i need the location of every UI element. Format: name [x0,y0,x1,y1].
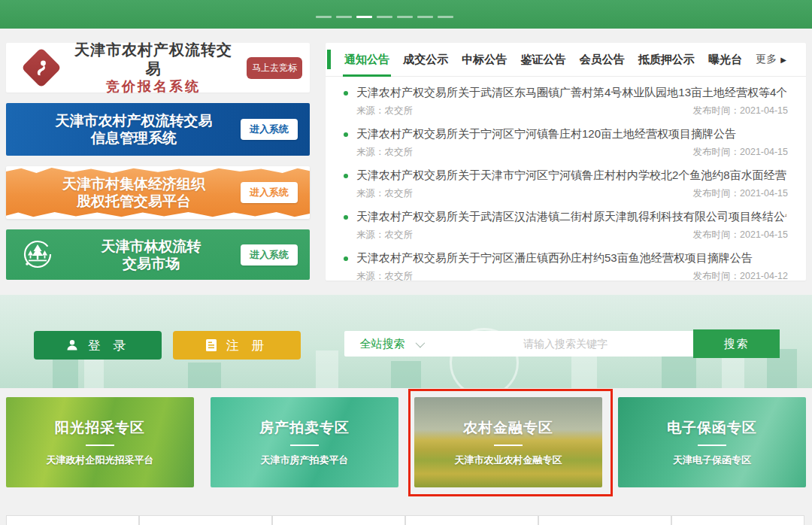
login-button[interactable]: 登 录 [34,331,162,360]
carousel-dot[interactable] [438,16,453,18]
tab-winning-bid[interactable]: 中标公告 [462,43,507,76]
site-subtitle: 竞价报名系统 [69,78,238,96]
list-item: 天津农村产权交易所关于武清区东马圈镇广善村第4号林业队园地13亩土地经营权等4个… [344,86,788,117]
announcement-link[interactable]: 天津农村产权交易所关于宁河区宁河镇鲁庄村120亩土地经营权项目摘牌公告 [344,127,788,141]
enter-system-button-blue[interactable]: 进入系统 [241,119,298,140]
forest-rights-banner[interactable]: 天津市林权流转 交易市场 进入系统 [6,229,310,280]
bottom-stat-box [272,515,405,525]
search-input[interactable] [438,330,693,357]
banner-text: 天津市林权流转 交易市场 [65,238,238,272]
equity-custody-banner[interactable]: 天津市村集体经济组织 股权托管交易平台 进入系统 [6,166,310,219]
bullet-icon [344,174,348,178]
tab-mortgage[interactable]: 抵质押公示 [638,43,695,76]
list-item: 天津农村产权交易所关于天津市宁河区宁河镇鲁庄村村内学校北2个鱼池约8亩水面经营.… [344,168,788,200]
tab-exposure[interactable]: 曝光台 [708,43,742,76]
site-logo-icon [21,47,62,88]
tab-certification[interactable]: 鉴证公告 [521,43,566,76]
torn-paper-background: 天津市村集体经济组织 股权托管交易平台 进入系统 [6,166,310,219]
login-search-band: 登 录 注 册 全站搜索 搜索 [0,295,812,388]
more-arrow-icon: ▶ [780,56,786,64]
bottom-stat-box [538,515,671,525]
carousel-dot[interactable] [417,16,433,18]
zone-card-electronic-guarantee[interactable]: 电子保函专区 天津电子保函专区 [618,397,806,487]
site-title: 天津市农村产权流转交易 [69,41,238,78]
enter-system-button-green[interactable]: 进入系统 [241,244,298,266]
search-bar: 全站搜索 [344,331,693,357]
bullet-icon [344,256,348,261]
announcement-meta: 来源：农交所 发布时间：2021-04-15 [344,229,788,241]
info-management-banner[interactable]: 天津市农村产权流转交易 信息管理系统 进入系统 [6,103,310,156]
announcement-meta: 来源：农交所 发布时间：2021-04-15 [344,187,788,200]
register-card-icon [205,338,217,352]
bullet-icon [344,91,348,96]
bullet-icon [344,215,348,220]
go-bid-button[interactable]: 马上去竞标 [247,57,302,79]
more-link[interactable]: 更多 ▶ [756,53,786,66]
carousel-dot[interactable] [316,16,332,18]
carousel-dot[interactable] [336,16,352,18]
carousel-indicators [316,16,453,18]
bottom-stat-box [6,515,139,525]
carousel-dot[interactable] [397,16,413,18]
top-carousel-banner [0,0,812,29]
bottom-stat-box [671,515,804,525]
list-item: 天津农村产权交易所关于宁河区潘庄镇西孙庄村约53亩鱼池经营权项目摘牌公告 来源：… [344,251,788,283]
bullet-icon [344,132,348,137]
bottom-stat-box [139,515,272,525]
tab-notice[interactable]: 通知公告 [344,43,389,76]
carousel-dot[interactable] [377,16,392,18]
announcement-meta: 来源：农交所 发布时间：2021-04-15 [344,105,788,117]
list-item: 天津农村产权交易所关于宁河区宁河镇鲁庄村120亩土地经营权项目摘牌公告 来源：农… [344,127,788,159]
tab-member[interactable]: 会员公告 [580,43,625,76]
accent-bar [327,50,331,69]
carousel-dot-active[interactable] [356,16,372,18]
announcement-link[interactable]: 天津农村产权交易所关于宁河区潘庄镇西孙庄村约53亩鱼池经营权项目摘牌公告 [344,251,788,266]
bottom-stat-box [405,515,538,525]
list-item: 天津农村产权交易所关于武清区汉沽港镇二街村原天津凯得利科技有限公司项目终结公告 … [344,210,788,241]
forest-trees-icon [21,238,54,275]
announcement-meta: 来源：农交所 发布时间：2021-04-15 [344,146,788,159]
announcement-list: 天津农村产权交易所关于武清区东马圈镇广善村第4号林业队园地13亩土地经营权等4个… [326,77,806,283]
announcement-link[interactable]: 天津农村产权交易所关于武清区东马圈镇广善村第4号林业队园地13亩土地经营权等4个… [344,86,788,100]
zone-card-sunshine-procurement[interactable]: 阳光招采专区 天津政村企阳光招采平台 [6,397,194,487]
announcement-link[interactable]: 天津农村产权交易所关于天津市宁河区宁河镇鲁庄村村内学校北2个鱼池约8亩水面经营.… [344,168,788,183]
site-title-block: 天津市农村产权流转交易 竞价报名系统 [69,41,238,96]
announcements-panel: 通知公告 成交公示 中标公告 鉴证公告 会员公告 抵质押公示 曝光台 更多 ▶ … [326,43,806,281]
chevron-down-icon [415,338,425,347]
banner-text: 天津市村集体经济组织 股权托管交易平台 [21,175,247,210]
tab-deal-publicity[interactable]: 成交公示 [403,43,448,76]
search-button[interactable]: 搜索 [693,329,780,358]
register-button[interactable]: 注 册 [173,331,301,360]
announcement-tabs: 通知公告 成交公示 中标公告 鉴证公告 会员公告 抵质押公示 曝光台 更多 ▶ [326,43,806,77]
search-scope-select[interactable]: 全站搜索 [344,337,438,351]
banner-text: 天津市农村产权流转交易 信息管理系统 [21,112,247,147]
announcement-meta: 来源：农交所 发布时间：2021-04-12 [344,270,788,283]
zone-card-real-estate-auction[interactable]: 房产拍卖专区 天津市房产拍卖平台 [211,397,398,487]
enter-system-button-orange[interactable]: 进入系统 [241,182,298,203]
zone-card-rural-finance[interactable]: 农村金融专区 天津市农业农村金融专区 [414,397,602,487]
user-icon [65,338,79,352]
bidding-system-card[interactable]: 天津市农村产权流转交易 竞价报名系统 马上去竞标 [6,43,310,93]
announcement-link[interactable]: 天津农村产权交易所关于武清区汉沽港镇二街村原天津凯得利科技有限公司项目终结公告 [344,210,788,224]
